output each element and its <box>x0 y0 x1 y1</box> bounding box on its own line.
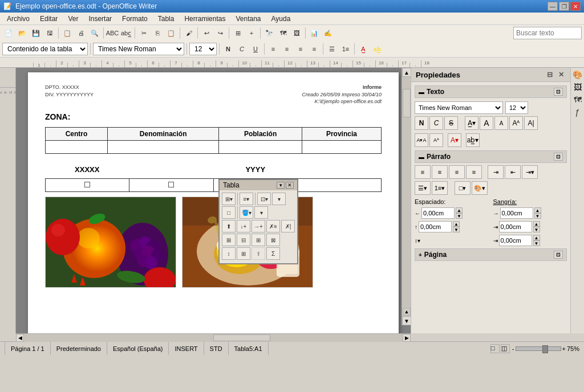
tabla-minimize-btn[interactable]: ▾ <box>277 182 285 189</box>
prop-sub-btn[interactable]: A▾A <box>415 133 428 147</box>
spacing-right2-input[interactable] <box>499 221 532 232</box>
table-cell[interactable] <box>219 140 302 153</box>
table-cell[interactable] <box>302 140 381 153</box>
prop-caps-btn[interactable]: Aᴬ <box>509 116 523 130</box>
basic-button[interactable]: ✍ <box>322 27 334 39</box>
styles-icon[interactable]: 🎨 <box>572 69 583 80</box>
table-split-btn[interactable]: ⊟ <box>237 234 250 246</box>
menu-insertar[interactable]: Insertar <box>84 14 116 24</box>
list-button[interactable]: ☰ <box>326 43 338 55</box>
prop-super-btn[interactable]: Aᴬ <box>429 133 443 147</box>
indent-dec-btn[interactable]: ⇤ <box>505 165 521 179</box>
prop-fontsize-dec-btn[interactable]: A <box>494 116 508 130</box>
underline-button[interactable]: U <box>249 43 262 55</box>
spacing-right-input[interactable] <box>500 207 533 219</box>
spacing-left-up[interactable]: ▲ <box>456 207 463 213</box>
view-web-btn[interactable]: ◫ <box>501 344 510 353</box>
spacing-above-up[interactable]: ▲ <box>453 221 460 227</box>
prop-bold-btn[interactable]: N <box>415 116 428 130</box>
menu-editar[interactable]: Editar <box>35 14 62 24</box>
spacing-below-down[interactable]: ▼ <box>533 240 540 246</box>
document-table[interactable]: Centro Denominación Población Provincia <box>45 127 382 154</box>
table-more2-btn[interactable]: ▾ <box>254 206 268 219</box>
tabla-toolbar-header[interactable]: Tabla ▾ ✕ <box>220 180 297 190</box>
panel-options-btn[interactable]: ⊟ <box>545 70 554 79</box>
document-area[interactable]: DPTO. XXXXX DIV. YYYYYYYYYYY Informe Cre… <box>16 68 411 333</box>
gallery-button[interactable]: 🖼 <box>290 27 303 39</box>
table-split2-btn[interactable]: ⊞ <box>252 234 265 246</box>
autocorrect-button[interactable]: abc̲ <box>120 27 132 39</box>
print-button[interactable]: 🖨 <box>75 27 87 39</box>
prop-underline1-btn[interactable]: A̲▾ <box>465 116 478 130</box>
paste-button[interactable]: 📋 <box>165 27 177 39</box>
font-name-select[interactable]: Times New Roman <box>93 43 184 55</box>
numbering-button[interactable]: 1≡ <box>339 43 352 55</box>
prop-italic-btn[interactable]: C <box>429 116 443 130</box>
spacing-right-up[interactable]: ▲ <box>534 207 541 213</box>
table-sort-btn[interactable]: ↕ <box>222 247 236 260</box>
prop-hilight-btn[interactable]: ab̲▾ <box>466 133 480 147</box>
list-prop-btn[interactable]: ☰▾ <box>415 181 431 195</box>
navigator-side-icon[interactable]: 🗺 <box>572 94 583 105</box>
new-button[interactable]: 📄 <box>2 27 15 39</box>
pagina-section-expand[interactable]: ⊡ <box>554 251 563 259</box>
spacing-right-down[interactable]: ▼ <box>534 213 541 219</box>
prop-fontsize-inc-btn[interactable]: A <box>480 116 493 130</box>
font-name-prop-select[interactable]: Times New Roman <box>415 101 503 114</box>
table-select-btn[interactable]: ⊞▾ <box>222 193 236 205</box>
table-insert-col-btn[interactable]: →+ <box>252 220 265 232</box>
align-right-prop-btn[interactable]: ≡ <box>449 165 465 179</box>
align-justify-button[interactable]: ≡ <box>308 43 321 55</box>
table-merge2-btn[interactable]: ⊞ <box>222 234 236 246</box>
h-scroll-right-btn[interactable]: ▶ <box>403 334 411 342</box>
undo-button[interactable]: ↩ <box>200 27 213 39</box>
minimize-button[interactable]: — <box>548 2 558 11</box>
table-border-btn[interactable]: □ <box>222 206 236 219</box>
copy-button[interactable]: ⎘ <box>151 27 164 39</box>
spacing-r2-down[interactable]: ▼ <box>533 227 540 232</box>
bg-color-prop-btn[interactable]: 🎨▾ <box>472 181 488 195</box>
prop-strike-btn[interactable]: S <box>444 116 458 130</box>
pagina-section-header[interactable]: + Página ⊡ <box>415 248 567 261</box>
spacing-left-down[interactable]: ▼ <box>456 213 463 219</box>
table-button[interactable]: ⊞ <box>232 27 244 39</box>
table-insert-above-btn[interactable]: ⬆ <box>222 220 236 232</box>
numlist-prop-btn[interactable]: 1≡▾ <box>432 181 448 195</box>
highlight-button[interactable]: ab̲ <box>371 43 383 55</box>
table-lines-btn[interactable]: ≡▾ <box>240 193 253 205</box>
indent-more-btn[interactable]: ⇥▾ <box>522 165 538 179</box>
border-prop-btn[interactable]: □▾ <box>455 181 471 195</box>
horizontal-scrollbar[interactable]: ◀ ▶ <box>16 333 411 341</box>
spacing-below-up[interactable]: ▲ <box>533 235 540 240</box>
menu-tabla[interactable]: Tabla <box>153 14 179 24</box>
zoom-plus-btn[interactable]: + <box>562 345 566 352</box>
functions-side-icon[interactable]: ƒ <box>572 107 583 118</box>
table-formula-btn[interactable]: ⊞ <box>237 247 250 260</box>
zoom-thumb[interactable] <box>542 345 548 353</box>
font-size-select[interactable]: 12 <box>189 43 217 55</box>
spacing-above-input[interactable] <box>419 221 452 232</box>
scroll-up-btn[interactable]: ▲ <box>402 68 411 77</box>
checkbox-2[interactable] <box>168 182 174 187</box>
prop-color-btn[interactable]: A▾ <box>448 133 461 147</box>
menu-ver[interactable]: Ver <box>63 14 83 24</box>
search-input[interactable] <box>513 27 582 39</box>
align-center-button[interactable]: ≡ <box>281 43 293 55</box>
menu-ventana[interactable]: Ventana <box>231 14 265 24</box>
align-right-button[interactable]: ≡ <box>294 43 307 55</box>
style-select[interactable]: Contenido de la tabla <box>2 43 88 55</box>
align-left-button[interactable]: ≡ <box>267 43 279 55</box>
bold-button[interactable]: N <box>222 43 234 55</box>
align-left-prop-btn[interactable]: ≡ <box>415 165 431 179</box>
table-insert-below-btn[interactable]: ↓+ <box>237 220 250 232</box>
menu-archivo[interactable]: Archivo <box>2 14 34 24</box>
menu-formato[interactable]: Formato <box>117 14 152 24</box>
panel-close-btn[interactable]: ✕ <box>557 70 566 79</box>
scroll-down-btn[interactable]: ▼ <box>402 316 411 325</box>
menu-herramientas[interactable]: Herramientas <box>180 14 230 24</box>
cut-button[interactable]: ✂ <box>137 27 150 39</box>
table-optim-btn[interactable]: ⊠ <box>266 234 280 246</box>
spell-button[interactable]: ABC <box>106 27 119 39</box>
table-del-row-btn[interactable]: ✗≡ <box>266 220 280 232</box>
table-more-btn[interactable]: ▾ <box>272 193 286 205</box>
